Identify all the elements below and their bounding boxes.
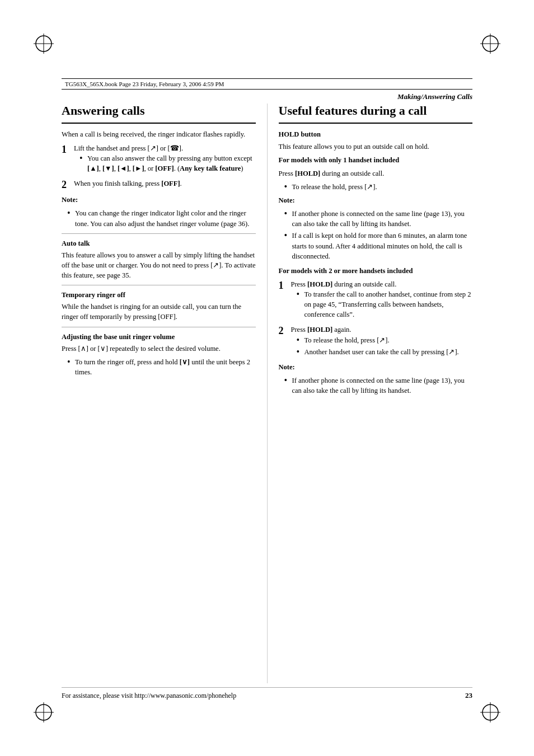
auto-talk-text: This feature allows you to answer a call…: [62, 251, 256, 279]
right-step-1: 1 Press [HOLD] during an outside call. •…: [279, 279, 473, 322]
adj-ringer-text1: Press [∧] or [∨] repeatedly to select th…: [62, 345, 221, 353]
right-step-2-main: Press [HOLD] again.: [291, 326, 352, 334]
divider-temp-ringer: [62, 285, 256, 285]
models1-label: For models with only 1 handset included: [279, 156, 400, 164]
step-1: 1 Lift the handset and press [↗] or [☎].…: [62, 143, 256, 175]
left-note-text: You can change the ringer indicator ligh…: [75, 208, 256, 228]
footer: For assistance, please visit http://www.…: [62, 687, 472, 700]
left-intro: When a call is being received, the ringe…: [62, 129, 256, 139]
step-2-main: When you finish talking, press [OFF].: [74, 180, 182, 187]
temp-ringer-text: While the handset is ringing for an outs…: [62, 303, 241, 321]
step-1-bullet: • You can also answer the call by pressi…: [79, 153, 256, 173]
bullet-dot-r5: •: [297, 335, 303, 345]
right-note2-label: Note:: [279, 363, 295, 371]
temp-ringer-label: Temporary ringer off: [62, 290, 256, 300]
right-step-1-number: 1: [279, 279, 291, 292]
step-1-bullet-text: You can also answer the call by pressing…: [87, 153, 256, 173]
right-step-1-content: Press [HOLD] during an outside call. • T…: [291, 279, 473, 322]
step-1-number: 1: [62, 143, 74, 156]
adj-ringer-section: Adjusting the base unit ringer volume Pr…: [62, 332, 256, 354]
models1-label-p: For models with only 1 handset included: [279, 155, 473, 165]
right-note1-label: Note:: [279, 196, 295, 204]
bullet-dot-r4: •: [297, 289, 303, 299]
bullet-dot-r7: •: [284, 375, 291, 386]
bullet-dot-r1: •: [284, 182, 291, 192]
right-note1-bullet1: • If another phone is connected on the s…: [284, 209, 473, 229]
left-section-title: Answering calls: [62, 104, 256, 118]
left-divider: [62, 123, 256, 124]
right-step-1-bullet-text: To transfer the call to another handset,…: [305, 289, 473, 320]
corner-mark-tl: [34, 34, 54, 54]
right-divider: [279, 123, 473, 124]
right-step-2-number: 2: [279, 325, 291, 337]
right-step-2-bullet1: • To release the hold, press [↗].: [297, 335, 473, 345]
right-note2-label-p: Note:: [279, 362, 473, 372]
right-step-2-bullet2: • Another handset user can take the call…: [297, 347, 473, 357]
footer-text: For assistance, please visit http://www.…: [62, 692, 236, 700]
step-2-number: 2: [62, 179, 74, 191]
page: TG563X_565X.book Page 23 Friday, Februar…: [0, 0, 534, 756]
right-column: Useful features during a call HOLD butto…: [268, 104, 473, 683]
divider-auto-talk: [62, 233, 256, 234]
corner-mark-br: [480, 702, 500, 722]
section-heading-text: Making/Answering Calls: [397, 92, 472, 101]
right-step-2-bullet1-text: To release the hold, press [↗].: [305, 335, 390, 345]
right-step-2-content: Press [HOLD] again. • To release the hol…: [291, 325, 473, 358]
header-file-text: TG563X_565X.book Page 23 Friday, Februar…: [65, 81, 224, 87]
adj-ringer-bullet: • To turn the ringer off, press and hold…: [67, 357, 256, 377]
right-note2-bullet: • If another phone is connected on the s…: [284, 375, 473, 396]
content-area: Answering calls When a call is being rec…: [62, 104, 472, 683]
step-1-main: Lift the handset and press [↗] or [☎].: [74, 144, 183, 152]
models1-bullet: • To release the hold, press [↗].: [284, 182, 473, 192]
section-heading: Making/Answering Calls: [397, 92, 472, 101]
corner-mark-tr: [480, 34, 500, 54]
right-step-2-bullet2-text: Another handset user can take the call b…: [305, 347, 459, 357]
models1-bullet-text: To release the hold, press [↗].: [292, 182, 377, 192]
models2-label: For models with 2 or more handsets inclu…: [279, 267, 413, 275]
hold-label: HOLD button: [279, 129, 473, 139]
adj-ringer-label: Adjusting the base unit ringer volume: [62, 332, 256, 342]
step-2-content: When you finish talking, press [OFF].: [74, 179, 256, 189]
step-2: 2 When you finish talking, press [OFF].: [62, 179, 256, 191]
hold-section: HOLD button This feature allows you to p…: [279, 129, 473, 151]
right-step-1-main: Press [HOLD] during an outside call.: [291, 280, 397, 288]
hold-text: This feature allows you to put an outsid…: [279, 143, 429, 151]
right-step-1-bullet: • To transfer the call to another handse…: [297, 289, 473, 320]
bullet-dot: •: [79, 153, 86, 163]
right-note1-bullet2-text: If a call is kept on hold for more than …: [292, 231, 473, 261]
right-section-title: Useful features during a call: [279, 104, 473, 118]
note-label: Note:: [62, 196, 78, 204]
models1-text: Press [HOLD] during an outside call.: [279, 170, 385, 177]
models1-text-p: Press [HOLD] during an outside call.: [279, 168, 473, 179]
adj-ringer-bullet-text: To turn the ringer off, press and hold […: [75, 357, 256, 377]
page-number: 23: [465, 691, 472, 700]
bullet-dot-r2: •: [284, 209, 291, 219]
note-section: Note:: [62, 195, 256, 205]
corner-mark-bl: [34, 702, 54, 722]
right-step-2: 2 Press [HOLD] again. • To release the h…: [279, 325, 473, 358]
left-note-bullet: • You can change the ringer indicator li…: [67, 208, 256, 228]
models2-label-p: For models with 2 or more handsets inclu…: [279, 266, 473, 276]
temp-ringer-section: Temporary ringer off While the handset i…: [62, 290, 256, 322]
bullet-dot-r6: •: [297, 347, 303, 357]
right-note1-bullet2: • If a call is kept on hold for more tha…: [284, 231, 473, 261]
right-note2-bullet-text: If another phone is connected on the sam…: [292, 375, 473, 396]
right-note1-bullet1-text: If another phone is connected on the sam…: [292, 209, 473, 229]
bullet-dot-2: •: [67, 208, 74, 218]
left-column: Answering calls When a call is being rec…: [62, 104, 268, 683]
header-bar: TG563X_565X.book Page 23 Friday, Februar…: [62, 78, 472, 90]
right-note1-label-p: Note:: [279, 195, 473, 205]
divider-adj-ringer: [62, 327, 256, 327]
bullet-dot-r3: •: [284, 231, 291, 241]
auto-talk-section: Auto talk This feature allows you to ans…: [62, 238, 256, 281]
step-1-content: Lift the handset and press [↗] or [☎]. •…: [74, 143, 256, 175]
bullet-dot-3: •: [67, 357, 74, 367]
auto-talk-label: Auto talk: [62, 238, 256, 248]
